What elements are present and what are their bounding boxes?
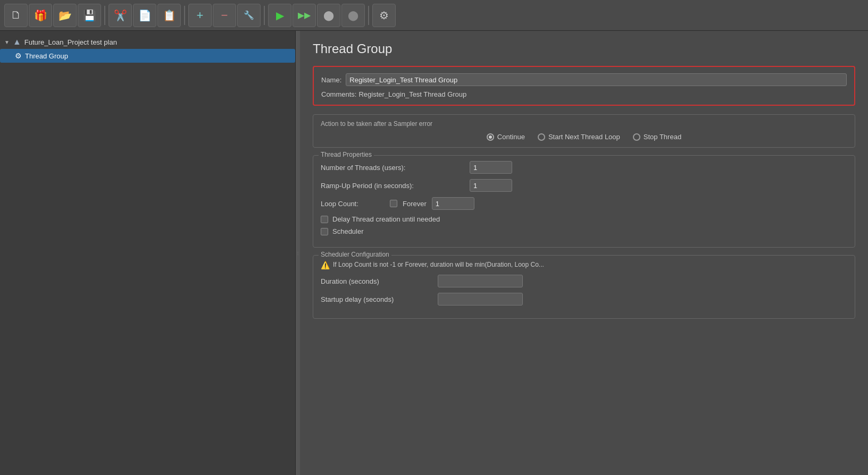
content-area: Thread Group Name: Comments: Register_Lo… [300, 31, 868, 475]
comments-row: Comments: Register_Login_Test Thread Gro… [321, 90, 847, 98]
thread-properties-section: Thread Properties Number of Threads (use… [313, 155, 855, 248]
tree-arrow-icon: ▼ [4, 39, 10, 45]
delay-checkbox[interactable] [321, 216, 328, 223]
sep4 [368, 6, 369, 25]
comments-label: Comments: [321, 90, 356, 98]
duration-label: Duration (seconds) [321, 277, 438, 285]
radio-start-next[interactable]: Start Next Thread Loop [538, 133, 620, 141]
scheduler-section: Scheduler Configuration ⚠️ If Loop Count… [313, 255, 855, 319]
name-label: Name: [321, 76, 341, 84]
rampup-row: Ramp-Up Period (in seconds): [321, 179, 847, 192]
radio-stop-thread-label: Stop Thread [644, 133, 681, 141]
radio-start-next-label: Start Next Thread Loop [548, 133, 620, 141]
tree-root-item[interactable]: ▼ ▲ Future_Loan_Project test plan [0, 35, 295, 49]
duration-input[interactable] [438, 275, 523, 287]
stop-btn[interactable]: ⬤ [317, 4, 340, 27]
threads-row: Number of Threads (users): [321, 161, 847, 174]
add-btn[interactable]: + [188, 4, 212, 27]
tree-root-label: Future_Loan_Project test plan [24, 38, 117, 46]
copy-btn[interactable]: 📄 [133, 4, 156, 27]
action-section: Action to be taken after a Sampler error… [313, 114, 855, 148]
run-no-pause-btn[interactable]: ▶▶ [293, 4, 316, 27]
duration-row: Duration (seconds) [321, 275, 847, 287]
radio-continue[interactable]: Continue [487, 133, 525, 141]
action-title: Action to be taken after a Sampler error [321, 120, 847, 128]
threads-input[interactable] [470, 161, 512, 174]
run-btn[interactable]: ▶ [268, 4, 291, 27]
rampup-input[interactable] [470, 179, 512, 192]
remove-btn[interactable]: − [213, 4, 236, 27]
sep1 [104, 6, 105, 25]
sep2 [184, 6, 185, 25]
toolbar: 🗋 🎁 📂 💾 ✂️ 📄 📋 + − 🔧 ▶ ▶▶ ⬤ ⬤ ⚙ [0, 0, 868, 31]
settings-btn[interactable]: ⚙ [372, 4, 396, 27]
main-layout: ▼ ▲ Future_Loan_Project test plan ⚙ Thre… [0, 31, 868, 475]
scheduler-checkbox[interactable] [321, 228, 328, 235]
radio-start-next-btn[interactable] [538, 133, 545, 141]
scheduler-warning-text: If Loop Count is not -1 or Forever, dura… [333, 261, 544, 268]
scheduler-section-title: Scheduler Configuration [319, 251, 391, 258]
gear-icon: ⚙ [15, 52, 22, 60]
browse-btn[interactable]: 🔧 [237, 4, 261, 27]
cut-btn[interactable]: ✂️ [108, 4, 132, 27]
radio-stop-thread[interactable]: Stop Thread [633, 133, 681, 141]
startup-delay-label: Startup delay (seconds) [321, 295, 438, 303]
tree-item-label: Thread Group [25, 52, 68, 60]
comments-value: Register_Login_Test Thread Group [358, 90, 466, 98]
sidebar: ▼ ▲ Future_Loan_Project test plan ⚙ Thre… [0, 31, 296, 475]
scheduler-warning-row: ⚠️ If Loop Count is not -1 or Forever, d… [321, 261, 847, 269]
loop-count-row: Loop Count: Forever [321, 197, 847, 210]
scheduler-checkbox-row[interactable]: Scheduler [321, 227, 847, 235]
shutdown-btn[interactable]: ⬤ [341, 4, 365, 27]
radio-continue-label: Continue [497, 133, 525, 141]
templates-btn[interactable]: 🎁 [29, 4, 52, 27]
test-plan-icon: ▲ [13, 37, 21, 47]
name-comments-section: Name: Comments: Register_Login_Test Thre… [313, 66, 855, 106]
startup-delay-input[interactable] [438, 293, 523, 306]
warning-icon: ⚠️ [321, 261, 330, 269]
name-input[interactable] [346, 73, 847, 86]
forever-checkbox[interactable] [390, 200, 397, 207]
open-btn[interactable]: 📂 [53, 4, 77, 27]
sep3 [264, 6, 265, 25]
startup-delay-row: Startup delay (seconds) [321, 293, 847, 306]
radio-group: Continue Start Next Thread Loop Stop Thr… [321, 133, 847, 141]
new-test-plan-btn[interactable]: 🗋 [4, 4, 28, 27]
tree-selected-item[interactable]: ⚙ Thread Group [0, 49, 295, 63]
loop-count-label: Loop Count: [321, 200, 385, 208]
delay-checkbox-label: Delay Thread creation until needed [332, 215, 440, 223]
scheduler-checkbox-label: Scheduler [332, 227, 364, 235]
loop-count-input[interactable] [432, 197, 474, 210]
rampup-label: Ramp-Up Period (in seconds): [321, 182, 470, 190]
save-btn[interactable]: 💾 [78, 4, 101, 27]
delay-checkbox-row[interactable]: Delay Thread creation until needed [321, 215, 847, 223]
threads-label: Number of Threads (users): [321, 164, 470, 172]
forever-label: Forever [403, 200, 427, 208]
radio-continue-btn[interactable] [487, 133, 494, 141]
thread-props-title: Thread Properties [319, 151, 374, 158]
paste-btn[interactable]: 📋 [157, 4, 181, 27]
radio-stop-thread-btn[interactable] [633, 133, 640, 141]
page-title: Thread Group [313, 41, 855, 56]
name-row: Name: [321, 73, 847, 86]
resize-handle[interactable]: ⋮ [296, 31, 300, 475]
